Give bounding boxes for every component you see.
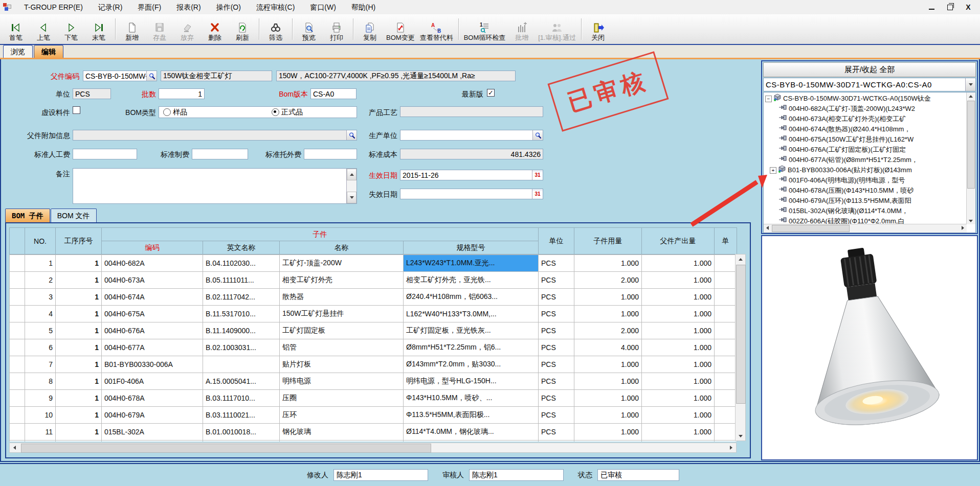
hscroll-thumb[interactable] — [772, 225, 850, 232]
bom-loop-check-button[interactable]: 1 BOM循环检查 — [461, 15, 508, 43]
cell-spec[interactable]: L243*W243*T1.0MM.亚光... — [404, 255, 539, 272]
tree-item[interactable]: −+ B01-BYB00330-006A(贴片灯板)(Ø143mm — [764, 165, 975, 175]
last-record-button[interactable]: 末笔 — [85, 15, 113, 43]
cell-code[interactable]: B01-BYB00330-006A — [102, 356, 203, 373]
expire-date-input[interactable]: 31 — [400, 189, 543, 199]
cell-parent-out[interactable]: 1.000 — [642, 322, 715, 339]
cell-name[interactable]: 相变工矿灯外壳 — [280, 272, 404, 289]
close-form-button[interactable]: 关闭 — [584, 15, 612, 43]
col-parent-out[interactable]: 父件产出量 — [642, 228, 715, 254]
dropdown-arrow-icon[interactable] — [965, 78, 975, 91]
lookup-icon[interactable] — [346, 130, 357, 140]
cell-qty[interactable]: 1.000 — [574, 306, 642, 322]
cell-no[interactable]: 12 — [25, 441, 56, 442]
remark-textarea[interactable] — [73, 168, 357, 204]
tree-item[interactable]: −+ 004H0-675A(150W工矿灯悬挂件)(L162*W — [764, 134, 975, 145]
scroll-down-icon[interactable] — [347, 192, 357, 203]
cell-partial[interactable] — [715, 339, 737, 356]
preview-button[interactable]: 预览 — [295, 15, 323, 43]
cell-partial[interactable] — [715, 322, 737, 339]
scroll-right-icon[interactable] — [959, 224, 967, 232]
copy-button[interactable]: 复制 — [356, 15, 384, 43]
cell-parent-out[interactable]: 1.000 — [642, 407, 715, 424]
cell-qty[interactable]: 1.000 — [574, 407, 642, 424]
cell-spec[interactable]: Φ110*Φ2.0，白色硅胶... — [404, 441, 539, 442]
cell-en-name[interactable]: B.05.1111011... — [203, 272, 280, 289]
cell-name[interactable]: 散热器 — [280, 289, 404, 306]
cell-name[interactable]: 工矿灯固定板 — [280, 322, 404, 339]
batch-input[interactable]: 1 — [159, 88, 205, 99]
view-substitute-button[interactable]: AB 查看替代料 — [417, 15, 456, 43]
tab-edit[interactable]: 编辑 — [34, 45, 63, 58]
row-indicator-cell[interactable] — [10, 390, 25, 407]
cell-partial[interactable] — [715, 441, 737, 442]
table-row[interactable]: 4 1 004H0-675A B.11.5317010... 150W工矿灯悬挂… — [10, 306, 737, 322]
tree-expand-toggle[interactable]: −+ — [765, 96, 772, 102]
tab-browse[interactable]: 浏览 — [3, 45, 33, 58]
row-indicator-cell[interactable] — [10, 339, 25, 356]
cell-name[interactable]: 150W工矿灯悬挂件 — [280, 306, 404, 322]
tree-item[interactable]: −+ 015BL-302A(钢化玻璃)(Ø114*T4.0MM， — [764, 206, 975, 216]
col-spec[interactable]: 规格型号 — [404, 241, 539, 254]
filter-button[interactable]: 筛选 — [262, 15, 289, 43]
print-button[interactable]: 打印 — [323, 15, 350, 43]
cell-partial[interactable] — [715, 306, 737, 322]
cell-code[interactable]: 004H0-673A — [102, 272, 203, 289]
close-button[interactable]: X — [964, 3, 973, 12]
scroll-up-icon[interactable] — [736, 254, 745, 264]
cell-code[interactable]: 004H0-675A — [102, 306, 203, 322]
cell-parent-out[interactable]: 1.000 — [642, 390, 715, 407]
col-code[interactable]: 编码 — [102, 241, 203, 254]
cell-qty[interactable]: 1.000 — [574, 424, 642, 441]
col-qty[interactable]: 子件用量 — [574, 228, 642, 254]
cell-partial[interactable] — [715, 373, 737, 390]
cell-en-name[interactable]: B.01.0010018... — [203, 424, 280, 441]
cell-parent-out[interactable]: 1.000 — [642, 272, 715, 289]
cell-code[interactable]: 004H0-682A — [102, 255, 203, 272]
vscroll-thumb[interactable] — [967, 101, 975, 189]
menu-item[interactable]: 流程审核(C) — [249, 0, 302, 14]
cell-name[interactable]: 贴片灯板 — [280, 356, 404, 373]
table-row[interactable]: 2 1 004H0-673A B.05.1111011... 相变工矿灯外壳 相… — [10, 272, 737, 289]
std-outsource-input[interactable] — [304, 149, 357, 159]
cell-code[interactable]: 015BL-302A — [102, 424, 203, 441]
tree-item[interactable]: −+ 001F0-406A(明纬电源)(明纬电源，型号 — [764, 175, 975, 186]
restore-button[interactable] — [945, 3, 954, 12]
next-record-button[interactable]: 下笔 — [57, 15, 85, 43]
effective-date-input[interactable]: 2015-11-26 31 — [400, 170, 543, 180]
cell-qty[interactable]: 1.000 — [574, 373, 642, 390]
prev-record-button[interactable]: 上笔 — [30, 15, 57, 43]
cell-no[interactable]: 1 — [25, 255, 56, 272]
cell-parent-out[interactable]: 1.000 — [642, 289, 715, 306]
cell-unit[interactable]: PCS — [539, 356, 574, 373]
cell-no[interactable]: 2 — [25, 272, 56, 289]
bom-type-sample-option[interactable]: 样品 — [159, 108, 187, 117]
row-indicator-cell[interactable] — [10, 407, 25, 424]
cell-code[interactable]: 004H0-677A — [102, 339, 203, 356]
menu-item[interactable]: T-GROUP ERP(E) — [16, 0, 91, 14]
calendar-icon[interactable]: 31 — [532, 189, 543, 199]
cell-name[interactable]: 压圈 — [280, 390, 404, 407]
menu-item[interactable]: 报表(R) — [169, 0, 208, 14]
tree-item[interactable]: −+ CS-BYB-0-150MW-30D71-WCTKG-A0(150W钛金 — [764, 94, 975, 104]
expand-collapse-all-button[interactable]: 展开/收起 全部 — [763, 62, 976, 77]
cell-spec[interactable]: Φ143*H10.5MM，喷砂、... — [404, 390, 539, 407]
row-indicator-cell[interactable] — [10, 255, 25, 272]
col-en-name[interactable]: 英文名称 — [203, 241, 280, 254]
cell-unit[interactable]: PCS — [539, 306, 574, 322]
cell-unit[interactable]: PCS — [539, 390, 574, 407]
scroll-up-icon[interactable] — [347, 169, 357, 180]
row-indicator-cell[interactable] — [10, 373, 25, 390]
calendar-icon[interactable]: 31 — [532, 170, 543, 180]
cell-partial[interactable] — [715, 424, 737, 441]
cell-unit[interactable]: PCS — [539, 255, 574, 272]
row-indicator-cell[interactable] — [10, 306, 25, 322]
cell-qty[interactable]: 2.000 — [574, 322, 642, 339]
table-row[interactable]: 3 1 004H0-674A B.02.1117042... 散热器 Ø240.… — [10, 289, 737, 306]
add-button[interactable]: 新增 — [118, 15, 146, 43]
cell-code[interactable]: 001F0-406A — [102, 373, 203, 390]
cell-seq[interactable]: 1 — [56, 255, 102, 272]
cell-seq[interactable]: 1 — [56, 373, 102, 390]
cell-parent-out[interactable]: 1.000 — [642, 441, 715, 442]
cell-parent-out[interactable]: 1.000 — [642, 255, 715, 272]
